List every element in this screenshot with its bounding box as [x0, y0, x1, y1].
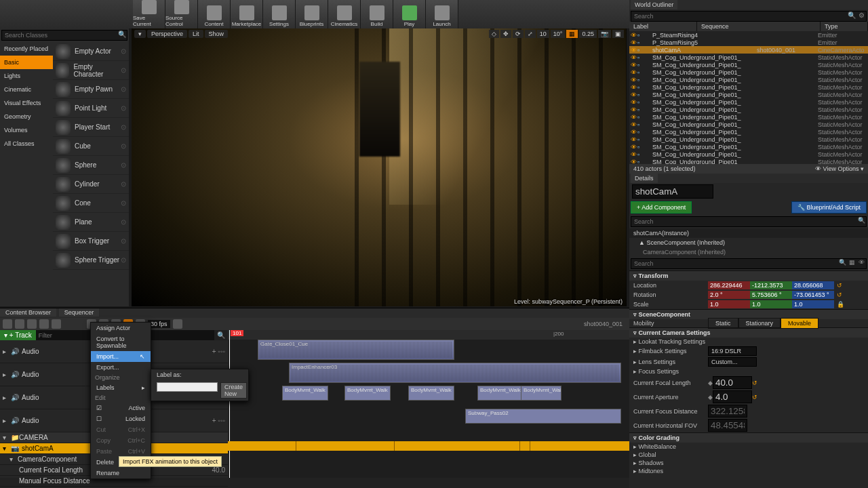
ctx-convert-spawnable[interactable]: Convert to Spawnable	[91, 333, 151, 351]
outliner-row[interactable]: 👁▫SM_Cog_Underground_Pipe01_StaticMeshAc…	[629, 143, 868, 150]
clip-bodymvmt-walk[interactable]: BodyMvmt_Walk	[408, 386, 454, 401]
market-button[interactable]: Marketplace	[231, 0, 263, 28]
actor-empty-character[interactable]: Empty Character⊙	[53, 61, 129, 80]
actor-point-light[interactable]: Point Light⊙	[53, 99, 129, 118]
label-midtones[interactable]: ▸ Midtones	[633, 468, 708, 474]
blueprints-button[interactable]: Blueprints	[296, 0, 328, 28]
speaker-icon[interactable]: 🔊	[11, 348, 19, 355]
world-outliner-tab[interactable]: World Outliner	[631, 0, 677, 9]
comp-camera[interactable]: CameraComponent (Inherited)	[629, 247, 868, 257]
speaker-icon[interactable]: 🔊	[11, 417, 19, 424]
outliner-search[interactable]	[631, 12, 847, 21]
outliner-row[interactable]: 👁▫P_SteamRising5Emitter	[629, 39, 868, 46]
search-classes[interactable]: 🔍	[1, 30, 127, 41]
pin-icon[interactable]: ⊙	[121, 142, 126, 150]
reset-icon[interactable]: ↺	[752, 394, 757, 401]
details-tab[interactable]: Details	[631, 174, 658, 183]
visibility-icon[interactable]: 👁	[631, 151, 637, 158]
clip-bodymvmt-walk[interactable]: BodyMvmt_Walk	[477, 386, 524, 401]
component-search[interactable]	[631, 217, 856, 226]
actor-box-trigger[interactable]: Box Trigger⊙	[53, 232, 129, 251]
visibility-icon[interactable]: 👁	[631, 47, 637, 54]
outliner-list[interactable]: 👁▫P_SteamRising4Emitter👁▫P_SteamRising5E…	[629, 31, 868, 164]
actor-sphere[interactable]: Sphere⊙	[53, 156, 129, 175]
pin-icon[interactable]: ⊙	[121, 104, 126, 112]
ctx-active[interactable]: Active	[91, 403, 151, 413]
actor-empty-pawn[interactable]: Empty Pawn⊙	[53, 80, 129, 99]
property-matrix-icon[interactable]: ▦	[847, 259, 856, 268]
vp-perspective[interactable]: Perspective	[147, 30, 187, 38]
outliner-row[interactable]: 👁▫SM_Cog_Underground_Pipe01_StaticMeshAc…	[629, 150, 868, 158]
clip-bodymvmt-walk[interactable]: BodyMvmt_Walk	[344, 386, 391, 401]
category-geometry[interactable]: Geometry	[0, 110, 53, 123]
category-recently-placed[interactable]: Recently Placed	[0, 42, 53, 56]
sequencer-tab[interactable]: Sequencer	[59, 308, 100, 317]
blueprint-edit-button[interactable]: 🔧 Blueprint/Add Script	[791, 201, 867, 214]
category-cinematic[interactable]: Cinematic	[0, 83, 53, 96]
actor-player-start[interactable]: Player Start⊙	[53, 118, 129, 137]
label-input[interactable]	[157, 382, 218, 392]
actor-name-field[interactable]	[632, 184, 713, 199]
category-visual-effects[interactable]: Visual Effects	[0, 96, 53, 110]
time-ruler[interactable]: |200|300	[228, 330, 629, 340]
gizmo-select-icon[interactable]: ◇	[489, 30, 499, 38]
eye-icon[interactable]: 👁	[856, 259, 866, 268]
visibility-icon[interactable]: 👁	[631, 32, 637, 39]
ctx-export[interactable]: Export...	[91, 362, 151, 373]
add-key-icon[interactable]: + ◦◦◦	[212, 348, 225, 355]
visibility-icon[interactable]: 👁	[631, 99, 637, 106]
category-volumes[interactable]: Volumes	[0, 123, 53, 137]
label-shadows[interactable]: ▸ Shadows	[633, 460, 708, 466]
outliner-row[interactable]: 👁▫SM_Cog_Underground_Pipe01_StaticMeshAc…	[629, 106, 868, 113]
pin-icon[interactable]: ⊙	[121, 85, 126, 93]
actor-cone[interactable]: Cone⊙	[53, 194, 129, 213]
visibility-icon[interactable]: 👁	[631, 84, 637, 91]
camera-icon[interactable]	[27, 319, 37, 329]
snap-scale[interactable]: 0.25	[579, 30, 597, 38]
details-search[interactable]	[631, 259, 837, 268]
visibility-icon[interactable]: 👁	[631, 54, 637, 61]
actor-plane[interactable]: Plane⊙	[53, 213, 129, 232]
gizmo-scale-icon[interactable]: ⤢	[525, 30, 536, 38]
visibility-icon[interactable]: 👁	[631, 69, 637, 76]
launch-button[interactable]: Launch	[426, 0, 458, 28]
level-viewport[interactable]: ▾ Perspective Lit Show ◇ ✥ ⟳ ⤢ 10 10° ▦ …	[132, 28, 627, 306]
outliner-row[interactable]: 👁▫SM_Cog_Underground_Pipe01_StaticMeshAc…	[629, 83, 868, 91]
pin-icon[interactable]: ⊙	[121, 256, 126, 264]
cinematics-button[interactable]: Cinematics	[328, 0, 361, 28]
label-global[interactable]: ▸ Global	[633, 451, 708, 458]
pin-icon[interactable]: ⊙	[121, 218, 126, 226]
visibility-icon[interactable]: 👁	[631, 129, 637, 136]
category-all-classes[interactable]: All Classes	[0, 137, 53, 150]
key-icon[interactable]: ◆	[708, 380, 713, 386]
outliner-row[interactable]: 👁▫SM_Cog_Underground_Pipe01_StaticMeshAc…	[629, 76, 868, 83]
label-filmback[interactable]: ▸ Filmback Settings	[633, 348, 708, 354]
col-type[interactable]: Type	[821, 22, 868, 31]
select-edit-icon[interactable]	[173, 319, 182, 329]
view-options[interactable]: 👁 View Options ▾	[815, 165, 864, 172]
actor-cube[interactable]: Cube⊙	[53, 137, 129, 156]
clip-impactenhancer03[interactable]: ImpactEnhancer03	[289, 363, 621, 383]
reset-icon[interactable]: ↺	[837, 282, 842, 289]
outliner-row[interactable]: 👁▫SM_Cog_Underground_Pipe01_StaticMeshAc…	[629, 121, 868, 128]
outliner-row[interactable]: 👁▫SM_Cog_Underground_Pipe01_StaticMeshAc…	[629, 128, 868, 136]
location-vector[interactable]: 286.229446-1212.357328.056068	[708, 281, 834, 289]
search-classes-input[interactable]	[2, 30, 117, 40]
visibility-icon[interactable]: 👁	[631, 62, 637, 68]
content-button[interactable]: Content	[198, 0, 231, 28]
aperture-input[interactable]	[713, 390, 752, 403]
clip-gate-close01-cue[interactable]: Gate_Close01_Cue	[258, 340, 454, 360]
ctx-rename[interactable]: Rename	[91, 468, 151, 479]
outliner-row[interactable]: 👁▫SM_Cog_Underground_Pipe01_StaticMeshAc…	[629, 98, 868, 106]
maximize-icon[interactable]: ▣	[612, 30, 624, 38]
category-lights[interactable]: Lights	[0, 69, 53, 83]
actor-cylinder[interactable]: Cylinder⊙	[53, 175, 129, 194]
save-button[interactable]: Save Current	[133, 0, 165, 28]
outliner-row[interactable]: 👁▫SM_Cog_Underground_Pipe01_StaticMeshAc…	[629, 54, 868, 61]
outliner-row[interactable]: 👁▫shotCamAshot0040_001CineCameraActo	[629, 46, 868, 54]
render-icon[interactable]	[39, 319, 49, 329]
label-lookat[interactable]: ▸ Lookat Tracking Settings	[633, 338, 708, 345]
vp-show[interactable]: Show	[205, 30, 229, 38]
visibility-icon[interactable]: 👁	[631, 121, 637, 128]
pin-icon[interactable]: ⊙	[121, 123, 126, 131]
